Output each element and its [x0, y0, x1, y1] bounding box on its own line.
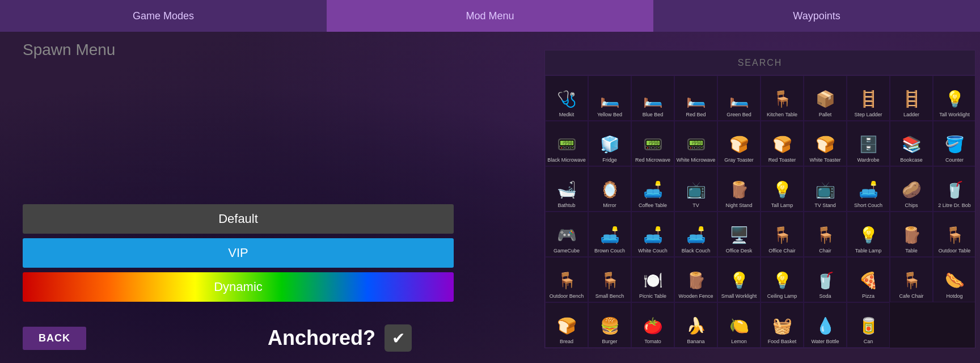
- item-icon-brown-couch: 🛋️: [595, 222, 624, 247]
- item-lemon[interactable]: 🍋Lemon: [717, 302, 761, 348]
- item-white-toaster[interactable]: 🍞White Toaster: [804, 121, 847, 166]
- item-icon-wooden-fence: 🪵: [682, 268, 710, 293]
- item-picnic-table[interactable]: 🍽️Picnic Table: [631, 257, 674, 302]
- right-panel: 🩺Medkit🛏️Yellow Bed🛏️Blue Bed🛏️Red Bed🛏️…: [544, 50, 975, 348]
- item-icon-table: 🪵: [897, 222, 926, 247]
- item-icon-step-ladder: 🪜: [854, 86, 882, 111]
- item-can[interactable]: 🥫Can: [847, 302, 890, 348]
- item-burger[interactable]: 🍔Burger: [588, 302, 631, 348]
- item-small-bench[interactable]: 🪑Small Bench: [588, 257, 631, 302]
- item-label-black-couch: Black Couch: [682, 248, 711, 254]
- item-chips[interactable]: 🥔Chips: [890, 166, 933, 212]
- item-office-chair[interactable]: 🪑Office Chair: [761, 212, 804, 257]
- item-pallet[interactable]: 📦Pallet: [804, 75, 847, 121]
- dynamic-mode-button[interactable]: Dynamic: [23, 272, 454, 302]
- item-table-lamp[interactable]: 💡Table Lamp: [847, 212, 890, 257]
- item-label-short-couch: Short Couch: [854, 203, 882, 209]
- item-icon-fridge: 🧊: [595, 132, 624, 157]
- back-button[interactable]: BACK: [23, 327, 86, 350]
- item-icon-burger: 🍔: [595, 313, 624, 338]
- item-water-bottle[interactable]: 💧Water Bottle: [804, 302, 847, 348]
- item-label-office-desk: Office Desk: [726, 248, 752, 254]
- item-label-white-microwave: White Microwave: [677, 158, 716, 163]
- item-outdoor-bench[interactable]: 🪑Outdoor Bench: [545, 257, 588, 302]
- item-medkit[interactable]: 🩺Medkit: [545, 75, 588, 121]
- item-label-gray-toaster: Gray Toaster: [724, 158, 753, 163]
- item-counter[interactable]: 🪣Counter: [933, 121, 975, 166]
- item-brown-couch[interactable]: 🛋️Brown Couch: [588, 212, 631, 257]
- checkmark-icon: ✔: [392, 329, 405, 348]
- item-label-medkit: Medkit: [559, 112, 575, 118]
- item-label-tomato: Tomato: [644, 339, 661, 345]
- item-small-worklight[interactable]: 💡Small Worklight: [717, 257, 761, 302]
- item-wardrobe[interactable]: 🗄️Wardrobe: [847, 121, 890, 166]
- item-soda[interactable]: 🥤Soda: [804, 257, 847, 302]
- item-ladder[interactable]: 🪜Ladder: [890, 75, 933, 121]
- item-kitchen-table[interactable]: 🪑Kitchen Table: [761, 75, 804, 121]
- item-red-toaster[interactable]: 🍞Red Toaster: [761, 121, 804, 166]
- item-pizza[interactable]: 🍕Pizza: [847, 257, 890, 302]
- item-tv[interactable]: 📺TV: [674, 166, 717, 212]
- item-2litre-drbob[interactable]: 🥤2 Litre Dr. Bob: [933, 166, 975, 212]
- item-label-tall-worklight: Tall Worklight: [939, 112, 969, 118]
- item-bread[interactable]: 🍞Bread: [545, 302, 588, 348]
- item-label-fridge: Fridge: [602, 158, 617, 163]
- item-ceiling-lamp[interactable]: 💡Ceiling Lamp: [761, 257, 804, 302]
- item-label-blue-bed: Blue Bed: [643, 112, 664, 118]
- item-label-ceiling-lamp: Ceiling Lamp: [767, 294, 797, 299]
- vip-mode-button[interactable]: VIP: [23, 238, 454, 268]
- item-cafe-chair[interactable]: 🪑Cafe Chair: [890, 257, 933, 302]
- item-label-outdoor-bench: Outdoor Bench: [550, 294, 584, 299]
- item-label-red-bed: Red Bed: [686, 112, 706, 118]
- item-yellow-bed[interactable]: 🛏️Yellow Bed: [588, 75, 631, 121]
- item-white-couch[interactable]: 🛋️White Couch: [631, 212, 674, 257]
- nav-waypoints[interactable]: Waypoints: [653, 0, 980, 32]
- item-blue-bed[interactable]: 🛏️Blue Bed: [631, 75, 674, 121]
- item-coffee-table[interactable]: 🛋️Coffee Table: [631, 166, 674, 212]
- item-table[interactable]: 🪵Table: [890, 212, 933, 257]
- item-wooden-fence[interactable]: 🪵Wooden Fence: [674, 257, 717, 302]
- item-mirror[interactable]: 🪞Mirror: [588, 166, 631, 212]
- nav-game-modes[interactable]: Game Modes: [0, 0, 327, 32]
- item-office-desk[interactable]: 🖥️Office Desk: [717, 212, 761, 257]
- item-label-water-bottle: Water Bottle: [811, 339, 839, 345]
- item-food-basket[interactable]: 🧺Food Basket: [761, 302, 804, 348]
- item-short-couch[interactable]: 🛋️Short Couch: [847, 166, 890, 212]
- item-outdoor-table[interactable]: 🪑Outdoor Table: [933, 212, 975, 257]
- item-black-couch[interactable]: 🛋️Black Couch: [674, 212, 717, 257]
- item-green-bed[interactable]: 🛏️Green Bed: [717, 75, 761, 121]
- item-tall-lamp[interactable]: 💡Tall Lamp: [761, 166, 804, 212]
- item-label-white-toaster: White Toaster: [810, 158, 841, 163]
- item-icon-red-toaster: 🍞: [768, 132, 796, 157]
- default-mode-button[interactable]: Default: [23, 204, 454, 234]
- item-tall-worklight[interactable]: 💡Tall Worklight: [933, 75, 975, 121]
- item-icon-small-bench: 🪑: [595, 268, 624, 293]
- item-fridge[interactable]: 🧊Fridge: [588, 121, 631, 166]
- item-night-stand[interactable]: 🪵Night Stand: [717, 166, 761, 212]
- item-tv-stand[interactable]: 📺TV Stand: [804, 166, 847, 212]
- item-banana[interactable]: 🍌Banana: [674, 302, 717, 348]
- item-black-microwave[interactable]: 📟Black Microwave: [545, 121, 588, 166]
- item-hotdog[interactable]: 🌭Hotdog: [933, 257, 975, 302]
- item-red-bed[interactable]: 🛏️Red Bed: [674, 75, 717, 121]
- item-gray-toaster[interactable]: 🍞Gray Toaster: [717, 121, 761, 166]
- item-label-can: Can: [864, 339, 873, 345]
- nav-mod-menu[interactable]: Mod Menu: [327, 0, 653, 32]
- item-bathtub[interactable]: 🛁Bathtub: [545, 166, 588, 212]
- item-chair[interactable]: 🪑Chair: [804, 212, 847, 257]
- item-icon-water-bottle: 💧: [811, 313, 839, 338]
- item-label-small-worklight: Small Worklight: [721, 294, 757, 299]
- item-red-microwave[interactable]: 📟Red Microwave: [631, 121, 674, 166]
- item-icon-tv: 📺: [682, 177, 710, 202]
- item-icon-chair: 🪑: [811, 222, 839, 247]
- item-step-ladder[interactable]: 🪜Step Ladder: [847, 75, 890, 121]
- search-input[interactable]: [545, 50, 975, 75]
- item-white-microwave[interactable]: 📟White Microwave: [674, 121, 717, 166]
- item-icon-tomato: 🍅: [639, 313, 667, 338]
- item-label-soda: Soda: [819, 294, 831, 299]
- anchored-checkbox[interactable]: ✔: [385, 324, 412, 352]
- item-icon-blue-bed: 🛏️: [639, 86, 667, 111]
- item-bookcase[interactable]: 📚Bookcase: [890, 121, 933, 166]
- item-tomato[interactable]: 🍅Tomato: [631, 302, 674, 348]
- item-gamecube[interactable]: 🎮GameCube: [545, 212, 588, 257]
